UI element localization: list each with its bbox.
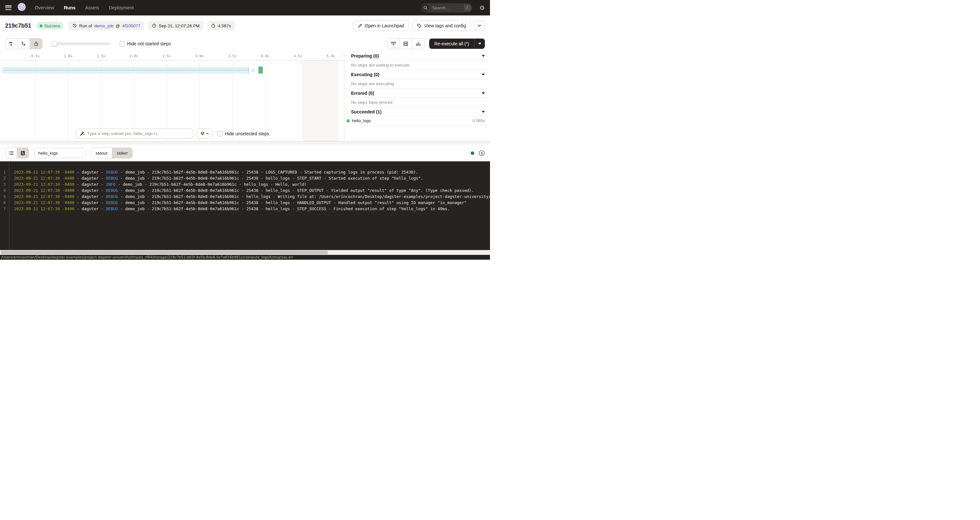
- tag-icon: [417, 24, 422, 28]
- log-line: 42023-09-21 12:07:30 -0400 - dagster - D…: [0, 187, 490, 193]
- log-line: 32023-09-21 12:07:30 -0400 - dagster - I…: [0, 181, 490, 187]
- log-output[interactable]: 12023-09-21 12:07:30 -0400 - dagster - D…: [0, 161, 490, 250]
- gantt-toolbar: Hide not started steps Re-execute all (*…: [0, 36, 490, 51]
- run-gantt-section: 0.5s1.0s1.5s2.0s2.5s3.0s3.5s4.0s4.5s5.0s: [0, 51, 490, 141]
- caret-down-icon: [478, 43, 481, 45]
- reexecute-dropdown-caret[interactable]: [474, 38, 485, 49]
- nav-item-assets[interactable]: Assets: [85, 5, 99, 10]
- structured-log-view-button[interactable]: [5, 148, 17, 158]
- log-gutter-divider: [9, 161, 10, 250]
- gantt-overlay-controls: Hide unselected steps: [0, 128, 344, 139]
- axis-tick-label: 2.0s: [127, 54, 140, 58]
- settings-gear-icon[interactable]: ⚙: [479, 5, 485, 11]
- open-in-launchpad-button[interactable]: Open in Launchpad: [353, 21, 409, 31]
- run-status-badge: Success: [37, 22, 64, 30]
- success-dot-icon: [40, 24, 43, 27]
- search-input[interactable]: [432, 5, 464, 10]
- console-doc-icon: [21, 151, 25, 155]
- clock-icon: [152, 24, 156, 28]
- log-line: 52023-09-21 12:07:30 -0400 - dagster - D…: [0, 193, 490, 200]
- reexecute-all-button: Re-execute all (*): [429, 38, 485, 49]
- axis-tick-label: 3.5s: [226, 54, 239, 58]
- chevron-up-icon: [206, 133, 209, 135]
- log-line: 22023-09-21 12:07:30 -0400 - dagster - D…: [0, 175, 490, 181]
- nav-item-overview[interactable]: Overview: [35, 5, 54, 10]
- gantt-chart: 0.5s1.0s1.5s2.0s2.5s3.0s3.5s4.0s4.5s5.0s: [0, 51, 344, 141]
- waterfall-view-button[interactable]: [18, 38, 30, 49]
- run-actions-chevron-button[interactable]: [474, 21, 485, 31]
- section-collapse-icon[interactable]: [482, 55, 485, 57]
- axis-tick-label: 2.5s: [160, 54, 173, 58]
- axis-tick-label: 3.0s: [193, 54, 206, 58]
- flat-view-button[interactable]: [5, 38, 18, 49]
- download-log-icon[interactable]: [479, 150, 485, 156]
- raw-log-view-button[interactable]: [17, 148, 29, 158]
- axis-tick-label: 4.5s: [291, 54, 304, 58]
- log-file-path: /Users/erincochran/Desktop/dagster-examp…: [0, 255, 490, 260]
- step-subset-field[interactable]: [76, 128, 193, 138]
- section-collapse-icon[interactable]: [482, 111, 485, 113]
- succeeded-step-row[interactable]: hello_logs 0.065s: [344, 116, 490, 125]
- nav-item-deployment[interactable]: Deployment: [109, 5, 134, 10]
- layers-icon: [200, 132, 205, 136]
- hide-unselected-label: Hide unselected steps: [225, 131, 269, 136]
- axis-tick-label: 5.0s: [324, 54, 337, 58]
- hamburger-menu-icon[interactable]: [5, 5, 11, 10]
- expand-bottom-panel-button[interactable]: [412, 38, 424, 49]
- preparing-empty-text: No steps are waiting to execute: [344, 60, 490, 70]
- run-of-pill: Run of demo_job @ 4f105077: [68, 21, 144, 30]
- axis-tick-label: 1.0s: [62, 54, 75, 58]
- search-shortcut-key: /: [464, 5, 470, 11]
- log-filter-input[interactable]: [34, 148, 86, 158]
- step-waiting-band: [2, 67, 249, 74]
- step-subset-input[interactable]: [87, 131, 190, 136]
- search-box[interactable]: /: [421, 3, 472, 13]
- hide-unselected-checkbox[interactable]: [218, 132, 222, 136]
- horizontal-scrollbar[interactable]: [0, 250, 490, 255]
- axis-tick-label: 4.0s: [259, 54, 272, 58]
- section-collapse-icon[interactable]: [482, 74, 485, 76]
- tab-stdout[interactable]: stdout: [91, 148, 112, 158]
- step-status-panel: Preparing (0) No steps are waiting to ex…: [344, 51, 490, 141]
- timed-view-button[interactable]: [30, 38, 42, 49]
- zoom-slider[interactable]: [52, 43, 110, 45]
- log-toolbar: stdout stderr: [0, 144, 490, 161]
- log-line: 12023-09-21 12:07:30 -0400 - dagster - D…: [0, 169, 490, 175]
- nav-links: Overview Runs Assets Deployment: [35, 5, 134, 10]
- section-executing[interactable]: Executing (0): [344, 70, 490, 79]
- executing-empty-text: No steps are executing: [344, 79, 490, 89]
- gantt-body: Hide unselected steps: [0, 60, 344, 141]
- errored-empty-text: No steps have errored: [344, 98, 490, 107]
- run-header: 219c7b51 Success Run of demo_job @ 4f105…: [0, 16, 490, 36]
- nav-item-runs[interactable]: Runs: [64, 5, 75, 10]
- list-icon: [9, 151, 14, 155]
- axis-tick-label: 1.5s: [95, 54, 107, 58]
- split-panels-button[interactable]: [400, 38, 412, 49]
- scrollbar-thumb[interactable]: [1, 250, 328, 254]
- top-nav: Overview Runs Assets Deployment / ⚙: [0, 0, 490, 16]
- collapse-bottom-panel-button[interactable]: [388, 38, 400, 49]
- run-timestamp-pill: Sep 21, 12:07:26 PM: [148, 21, 203, 30]
- run-id-title: 219c7b51: [5, 22, 31, 29]
- gantt-time-axis: 0.5s1.0s1.5s2.0s2.5s3.0s3.5s4.0s4.5s5.0s: [0, 51, 344, 60]
- section-errored[interactable]: Errored (0): [344, 89, 490, 98]
- step-bar-hello-logs[interactable]: [258, 67, 263, 74]
- reexecute-all-label[interactable]: Re-execute all (*): [429, 38, 474, 49]
- section-collapse-icon[interactable]: [482, 92, 485, 94]
- dagster-logo[interactable]: [17, 2, 28, 13]
- zoom-slider-knob[interactable]: [51, 41, 57, 47]
- job-name-link[interactable]: demo_job: [94, 24, 113, 28]
- section-succeeded[interactable]: Succeeded (1): [344, 107, 490, 116]
- view-tags-config-button[interactable]: View tags and config: [412, 21, 471, 31]
- log-status-dot: [471, 151, 474, 155]
- step-marker-circle[interactable]: [251, 69, 255, 72]
- chevron-down-icon: [477, 24, 481, 27]
- snapshot-id-link[interactable]: 4f105077: [122, 24, 140, 28]
- graph-query-options-button[interactable]: [197, 128, 212, 138]
- step-name: hello_logs: [352, 118, 371, 123]
- tab-stderr[interactable]: stderr: [112, 148, 132, 158]
- step-success-dot-icon: [347, 119, 350, 122]
- hide-not-started-checkbox[interactable]: [120, 41, 124, 46]
- panel-layout-group: [387, 38, 425, 49]
- section-preparing[interactable]: Preparing (0): [344, 51, 490, 60]
